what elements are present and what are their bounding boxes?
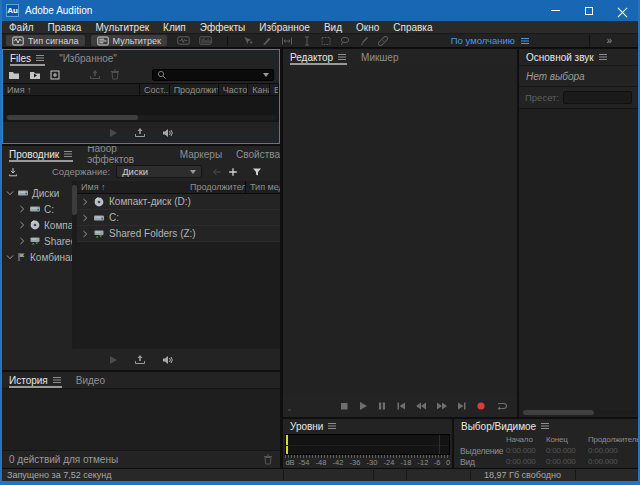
- insert-into-multitrack-icon[interactable]: [89, 69, 101, 80]
- panel-menu-icon[interactable]: [52, 375, 62, 385]
- view-end-value[interactable]: 0:00.000: [546, 457, 588, 466]
- editor-canvas[interactable]: [283, 65, 517, 395]
- tab-selection-view[interactable]: Выбор/Видимое: [461, 419, 550, 433]
- menu-window[interactable]: Окно: [349, 21, 386, 34]
- column-mediatype[interactable]: Тип мед: [246, 181, 280, 193]
- chevron-right-icon[interactable]: [18, 237, 26, 245]
- chevron-right-icon[interactable]: [81, 198, 89, 206]
- chevron-right-icon[interactable]: [81, 230, 89, 238]
- column-state[interactable]: Сост...: [140, 84, 170, 95]
- view-start-value[interactable]: 0:00.000: [506, 457, 546, 466]
- tab-properties[interactable]: Свойства: [236, 146, 280, 162]
- chevron-right-icon[interactable]: [18, 221, 26, 229]
- tree-item-c-drive[interactable]: C:: [2, 201, 72, 217]
- delete-file-icon[interactable]: [110, 69, 120, 80]
- panel-menu-icon[interactable]: [63, 149, 73, 159]
- multitrack-view-button[interactable]: Мультитрек: [91, 35, 167, 46]
- menu-view[interactable]: Вид: [317, 21, 349, 34]
- column-name[interactable]: Имя ↑: [77, 181, 186, 193]
- files-export-icon[interactable]: [134, 127, 146, 138]
- marquee-selection-tool-icon[interactable]: [321, 36, 331, 46]
- panel-menu-icon[interactable]: [35, 53, 45, 63]
- tab-markers[interactable]: Маркеры: [180, 146, 222, 162]
- panel-menu-icon[interactable]: [337, 52, 347, 62]
- menu-clip[interactable]: Клип: [156, 21, 193, 34]
- record-button[interactable]: [476, 401, 486, 411]
- panel-menu-icon[interactable]: [598, 52, 608, 62]
- essential-hscrollbar-thumb[interactable]: [523, 410, 594, 415]
- chevron-down-icon[interactable]: [6, 253, 14, 261]
- list-item-shared-folders[interactable]: Shared Folders (Z:): [77, 226, 280, 242]
- lasso-selection-tool-icon[interactable]: [340, 36, 350, 46]
- menu-help[interactable]: Справка: [386, 21, 439, 34]
- workspace-selector[interactable]: По умолчанию: [451, 35, 530, 46]
- tree-vscrollbar[interactable]: [72, 181, 77, 349]
- browser-export-icon[interactable]: [134, 354, 146, 365]
- waveform-view-button[interactable]: Тип сигнала: [6, 35, 85, 46]
- close-button[interactable]: [606, 0, 640, 21]
- tab-editor[interactable]: Редактор: [290, 49, 347, 65]
- filter-icon[interactable]: [252, 167, 262, 177]
- tab-levels[interactable]: Уровни: [290, 419, 337, 433]
- panel-menu-icon[interactable]: [327, 421, 337, 431]
- tab-essential-sound[interactable]: Основной звук: [526, 49, 608, 65]
- selection-start-value[interactable]: 0:00.000: [506, 446, 546, 455]
- pause-button[interactable]: [377, 401, 387, 411]
- time-selection-tool-icon[interactable]: [302, 36, 312, 46]
- tree-item-cd-drive[interactable]: Компакт-диск (D:): [2, 217, 72, 233]
- preset-dropdown[interactable]: [563, 91, 632, 104]
- tree-item-drives[interactable]: Диски: [2, 185, 72, 201]
- skip-to-start-button[interactable]: [396, 401, 406, 411]
- column-name[interactable]: Имя ↑: [3, 84, 140, 95]
- loop-playback-button[interactable]: [495, 401, 507, 411]
- stop-button[interactable]: [339, 401, 349, 411]
- tab-favorites[interactable]: "Избранное": [59, 50, 117, 66]
- back-arrow-icon[interactable]: [212, 167, 222, 177]
- menu-multitrack[interactable]: Мультитрек: [88, 21, 156, 34]
- search-input[interactable]: [152, 69, 274, 81]
- files-hscrollbar-thumb[interactable]: [7, 115, 138, 120]
- import-file-icon[interactable]: [29, 70, 41, 80]
- maximize-button[interactable]: [572, 0, 606, 21]
- clear-history-icon[interactable]: [263, 454, 273, 465]
- menu-edit[interactable]: Правка: [41, 21, 89, 34]
- skip-to-end-button[interactable]: [457, 401, 467, 411]
- files-autoplay-speaker-icon[interactable]: [162, 128, 174, 138]
- browser-play-icon[interactable]: [108, 355, 118, 365]
- list-item-c-drive[interactable]: C:: [77, 210, 280, 226]
- view-duration-value[interactable]: 0:00.000: [588, 457, 638, 466]
- tab-video[interactable]: Видео: [76, 372, 105, 388]
- add-shortcut-icon[interactable]: [228, 167, 238, 177]
- play-button[interactable]: [358, 401, 368, 411]
- files-hscrollbar[interactable]: [5, 115, 277, 120]
- slip-tool-icon[interactable]: [281, 36, 293, 46]
- content-dropdown[interactable]: Диски: [116, 165, 202, 178]
- tab-media-browser[interactable]: Проводник: [9, 146, 73, 162]
- tab-effects-rack[interactable]: Набор эффектов: [87, 146, 166, 162]
- browser-autoplay-speaker-icon[interactable]: [162, 355, 174, 365]
- column-channels[interactable]: Каналы: [248, 84, 270, 95]
- files-list[interactable]: [3, 96, 279, 122]
- menu-favorites[interactable]: Избранное: [252, 21, 317, 34]
- import-icon[interactable]: [8, 167, 18, 177]
- fast-forward-button[interactable]: [436, 401, 448, 411]
- menu-effects[interactable]: Эффекты: [193, 21, 252, 34]
- tab-history[interactable]: История: [9, 372, 62, 388]
- essential-hscrollbar[interactable]: [521, 410, 636, 415]
- spot-healing-tool-icon[interactable]: [378, 36, 388, 46]
- razor-tool-icon[interactable]: [262, 36, 272, 46]
- menu-file[interactable]: Файл: [2, 21, 41, 34]
- minimize-button[interactable]: [538, 0, 572, 21]
- panel-menu-icon[interactable]: [540, 421, 550, 431]
- chevron-right-icon[interactable]: [81, 214, 89, 222]
- tab-files[interactable]: Files: [10, 50, 45, 66]
- column-samplerate[interactable]: Частота: [219, 84, 249, 95]
- open-file-icon[interactable]: [8, 70, 20, 80]
- tab-mixer[interactable]: Микшер: [361, 49, 398, 65]
- paintbrush-tool-icon[interactable]: [359, 36, 369, 46]
- search-options-caret-icon[interactable]: [263, 73, 269, 77]
- column-duration[interactable]: Продолжительн...: [170, 84, 219, 95]
- tree-item-shared-folders[interactable]: Shared Folders (Z:): [2, 233, 72, 249]
- list-item-cd-drive[interactable]: Компакт-диск (D:): [77, 194, 280, 210]
- selection-end-value[interactable]: 0:00.000: [546, 446, 588, 455]
